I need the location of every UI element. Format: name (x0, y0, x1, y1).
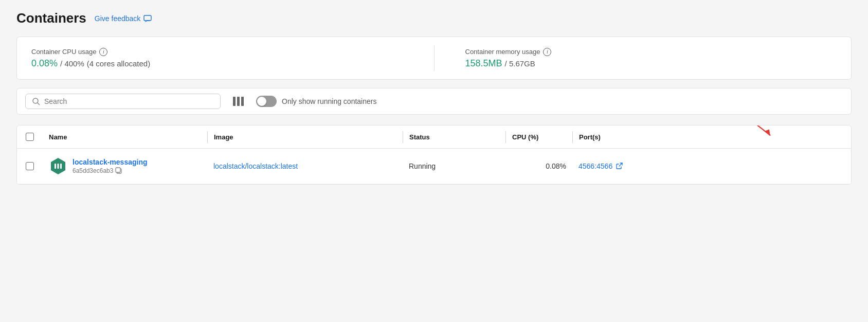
memory-metric-label: Container memory usage i (465, 48, 837, 56)
search-input[interactable] (44, 97, 214, 105)
memory-metric-value: 158.5MB / 5.67GB (465, 58, 837, 69)
page-title: Containers (16, 10, 86, 26)
cpu-total: 400% (64, 59, 84, 68)
container-name-text: localstack-messaging 6a5dd3ec6ab3 (73, 158, 148, 174)
th-cpu: CPU (%) (505, 131, 572, 143)
toggle-knob (257, 97, 266, 106)
feedback-label: Give feedback (95, 14, 141, 23)
row-name-cell: localstack-messaging 6a5dd3ec6ab3 (43, 155, 207, 177)
table-row: localstack-messaging 6a5dd3ec6ab3 (17, 149, 851, 184)
feedback-icon (143, 14, 152, 23)
memory-separator: / (505, 59, 509, 68)
port-link[interactable]: 4566:4566 (578, 162, 612, 170)
row-status-cell: Running (403, 160, 505, 172)
running-toggle[interactable] (256, 96, 277, 107)
select-all-checkbox[interactable] (26, 133, 34, 141)
cpu-info-icon[interactable]: i (99, 48, 107, 56)
running-toggle-wrap: Only show running containers (256, 96, 376, 107)
page-header: Containers Give feedback (16, 10, 852, 26)
svg-rect-6 (55, 164, 56, 169)
memory-total: 5.67GB (509, 59, 535, 68)
row-image-cell: localstack/localstack:latest (207, 160, 403, 172)
th-select-all[interactable] (17, 131, 43, 143)
th-ports: Port(s) (572, 131, 851, 143)
container-icon (49, 157, 67, 175)
memory-highlight: 158.5MB (465, 58, 502, 68)
cpu-note: (4 cores allocated) (87, 59, 150, 68)
metrics-divider (434, 45, 435, 71)
th-status: Status (403, 131, 505, 143)
container-name-block: localstack-messaging 6a5dd3ec6ab3 (49, 157, 201, 175)
cpu-metric-value: 0.08% / 400% (4 cores allocated) (31, 58, 403, 69)
metrics-bar: Container CPU usage i 0.08% / 400% (4 co… (16, 37, 852, 80)
toggle-label: Only show running containers (282, 97, 376, 105)
container-id-text: 6a5dd3ec6ab3 (73, 167, 113, 174)
row-checkbox-cell[interactable] (17, 160, 43, 172)
container-name-link[interactable]: localstack-messaging (73, 158, 148, 166)
svg-rect-10 (116, 168, 120, 172)
search-icon (32, 97, 40, 105)
columns-toggle-button[interactable] (231, 95, 246, 108)
page: Containers Give feedback Container CPU u… (0, 0, 868, 322)
controls-bar: Only show running containers (16, 88, 852, 115)
external-link-icon[interactable] (616, 163, 623, 170)
memory-info-icon[interactable]: i (543, 48, 551, 56)
table-header: Name Image Status CPU (%) Port(s) (17, 126, 851, 149)
container-id-row: 6a5dd3ec6ab3 (73, 167, 148, 174)
row-port-cell: 4566:4566 (572, 160, 851, 172)
copy-id-icon[interactable] (115, 167, 122, 174)
image-link[interactable]: localstack/localstack:latest (213, 162, 298, 170)
status-badge: Running (409, 162, 436, 170)
containers-table: Name Image Status CPU (%) Port(s) (16, 125, 852, 185)
svg-line-2 (38, 103, 40, 105)
row-checkbox[interactable] (26, 162, 34, 170)
cpu-metric-label: Container CPU usage i (31, 48, 403, 56)
svg-line-11 (619, 163, 622, 166)
cpu-highlight: 0.08% (31, 58, 58, 68)
feedback-link[interactable]: Give feedback (95, 14, 152, 23)
svg-rect-0 (144, 15, 151, 21)
row-cpu-cell: 0.08% (505, 160, 572, 172)
svg-rect-8 (60, 164, 62, 169)
memory-metric: Container memory usage i 158.5MB / 5.67G… (465, 48, 837, 69)
search-box[interactable] (25, 94, 221, 109)
th-image: Image (207, 131, 403, 143)
svg-rect-7 (58, 164, 59, 169)
cpu-metric: Container CPU usage i 0.08% / 400% (4 co… (31, 48, 403, 69)
th-name: Name (43, 131, 207, 143)
